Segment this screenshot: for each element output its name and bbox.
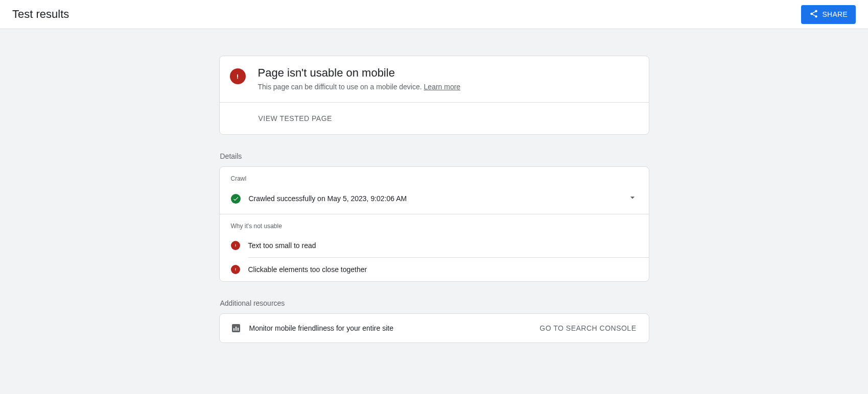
- crawl-header: Crawl: [220, 167, 649, 186]
- status-subtitle: This page can be difficult to use on a m…: [258, 82, 639, 92]
- share-icon: [809, 9, 818, 20]
- additional-resources-label: Additional resources: [220, 299, 649, 307]
- details-card: Crawl Crawled successfully on May 5, 202…: [219, 166, 649, 282]
- resource-card: Monitor mobile friendliness for your ent…: [219, 313, 649, 343]
- check-icon: [231, 194, 241, 204]
- page-title: Test results: [12, 8, 69, 21]
- view-tested-section: View tested page: [220, 103, 649, 134]
- issue-row: Clickable elements too close together: [220, 258, 649, 281]
- analytics-icon: [232, 324, 240, 332]
- learn-more-link[interactable]: Learn more: [424, 83, 461, 91]
- header-bar: Test results Share: [0, 0, 868, 29]
- status-card: Page isn't usable on mobile This page ca…: [219, 56, 649, 135]
- content-area: Page isn't usable on mobile This page ca…: [0, 29, 868, 394]
- resource-text: Monitor mobile friendliness for your ent…: [249, 324, 540, 332]
- status-section: Page isn't usable on mobile This page ca…: [220, 56, 649, 102]
- crawl-row[interactable]: Crawled successfully on May 5, 2023, 9:0…: [220, 186, 649, 214]
- chevron-down-icon: [627, 192, 638, 205]
- share-button[interactable]: Share: [801, 5, 856, 24]
- issue-row: Text too small to read: [220, 234, 649, 257]
- issue-text: Text too small to read: [248, 241, 316, 250]
- view-tested-page-button[interactable]: View tested page: [259, 114, 332, 122]
- error-icon: [231, 241, 240, 250]
- status-title: Page isn't usable on mobile: [258, 66, 639, 80]
- share-button-label: Share: [823, 10, 848, 18]
- details-label: Details: [220, 152, 649, 160]
- error-icon: [231, 265, 240, 274]
- why-not-usable-header: Why it's not usable: [220, 214, 649, 234]
- issue-text: Clickable elements too close together: [248, 265, 367, 274]
- error-icon: [230, 68, 246, 84]
- go-to-search-console-button[interactable]: Go to Search Console: [539, 324, 636, 332]
- crawl-text: Crawled successfully on May 5, 2023, 9:0…: [249, 194, 627, 203]
